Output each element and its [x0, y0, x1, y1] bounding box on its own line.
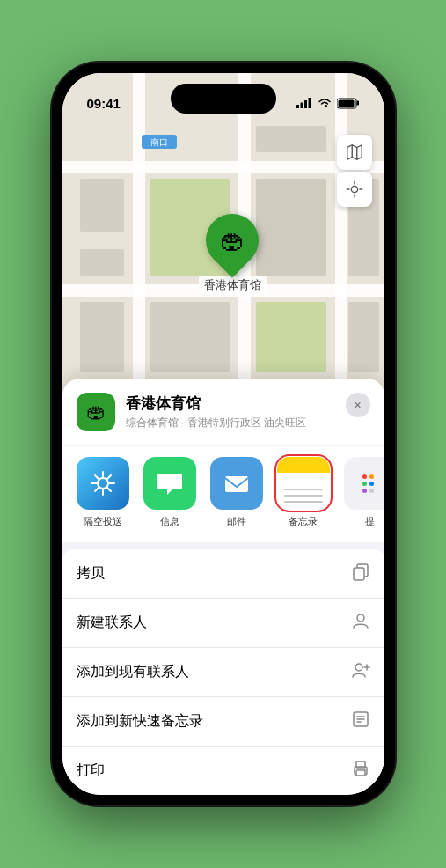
- menu-copy[interactable]: 拷贝: [62, 549, 384, 599]
- print-icon: [351, 759, 370, 783]
- location-button[interactable]: [337, 172, 372, 207]
- share-notes[interactable]: 备忘录: [277, 457, 330, 528]
- quick-note-icon: [351, 710, 370, 733]
- share-message[interactable]: 信息: [143, 457, 196, 528]
- print-label: 打印: [77, 761, 105, 780]
- svg-text:南口: 南口: [150, 137, 168, 147]
- menu-quick-note[interactable]: 添加到新快速备忘录: [62, 697, 384, 747]
- status-icons: [296, 98, 360, 109]
- menu-new-contact[interactable]: 新建联系人: [62, 599, 384, 648]
- svg-rect-21: [256, 302, 326, 372]
- svg-rect-22: [348, 302, 379, 372]
- more-label: 提: [365, 515, 375, 528]
- svg-rect-6: [338, 99, 354, 107]
- new-contact-label: 新建联系人: [77, 614, 147, 632]
- dynamic-island: [171, 84, 276, 114]
- quick-note-label: 添加到新快速备忘录: [77, 712, 203, 731]
- share-more[interactable]: 提: [344, 457, 384, 528]
- menu-print[interactable]: 打印: [62, 747, 384, 795]
- venue-map-label: 香港体育馆: [199, 276, 267, 295]
- svg-rect-3: [308, 98, 311, 108]
- svg-rect-46: [356, 770, 365, 776]
- message-label: 信息: [160, 515, 179, 528]
- svg-rect-17: [256, 179, 326, 276]
- svg-point-37: [355, 664, 362, 671]
- copy-label: 拷贝: [77, 564, 105, 583]
- share-airdrop[interactable]: 隔空投送: [77, 457, 129, 528]
- notes-label: 备忘录: [289, 515, 318, 528]
- airdrop-icon: [77, 457, 129, 510]
- svg-rect-1: [300, 103, 303, 109]
- svg-rect-2: [304, 100, 307, 108]
- share-mail[interactable]: 邮件: [210, 457, 263, 528]
- menu-section: 拷贝 新建联系人: [62, 549, 384, 795]
- pin-icon: 🏟: [195, 203, 270, 278]
- share-row: 隔空投送 信息: [62, 446, 384, 542]
- more-icon: [344, 457, 384, 510]
- new-contact-icon: [351, 611, 370, 635]
- copy-icon: [351, 562, 370, 585]
- notes-icon: [277, 457, 330, 510]
- svg-rect-16: [256, 126, 326, 152]
- phone-screen: 09:41: [62, 73, 384, 795]
- mail-icon: [210, 457, 263, 510]
- svg-rect-19: [80, 302, 124, 372]
- svg-point-36: [357, 614, 364, 622]
- svg-rect-5: [356, 100, 359, 105]
- signal-icon: [296, 98, 312, 108]
- airdrop-label: 隔空投送: [84, 515, 122, 528]
- svg-rect-0: [296, 105, 299, 108]
- map-controls: [337, 135, 372, 207]
- svg-rect-20: [150, 302, 230, 372]
- venue-logo: 🏟: [77, 393, 115, 431]
- message-icon: [143, 457, 196, 510]
- venue-card: 🏟 香港体育馆 综合体育馆 · 香港特别行政区 油尖旺区 ×: [62, 379, 384, 445]
- svg-point-47: [364, 769, 366, 770]
- close-button[interactable]: ×: [346, 393, 370, 417]
- add-contact-label: 添加到现有联系人: [77, 663, 189, 681]
- svg-point-27: [351, 186, 357, 192]
- venue-info: 香港体育馆 综合体育馆 · 香港特别行政区 油尖旺区: [126, 394, 306, 430]
- venue-title: 香港体育馆: [126, 394, 306, 414]
- svg-rect-35: [354, 568, 364, 580]
- bottom-sheet: 🏟 香港体育馆 综合体育馆 · 香港特别行政区 油尖旺区 ×: [62, 379, 384, 795]
- map-type-button[interactable]: [337, 135, 372, 170]
- add-contact-icon: [351, 660, 370, 684]
- svg-rect-13: [80, 179, 124, 232]
- svg-rect-15: [80, 249, 124, 276]
- status-time: 09:41: [87, 96, 121, 111]
- phone-frame: 09:41: [52, 63, 395, 805]
- mail-label: 邮件: [227, 515, 246, 528]
- wifi-icon: [318, 98, 332, 108]
- venue-subtitle: 综合体育馆 · 香港特别行政区 油尖旺区: [126, 416, 306, 430]
- svg-rect-33: [225, 476, 248, 492]
- battery-icon: [337, 98, 360, 109]
- menu-add-contact[interactable]: 添加到现有联系人: [62, 648, 384, 697]
- venue-pin[interactable]: 🏟 香港体育馆: [199, 214, 267, 295]
